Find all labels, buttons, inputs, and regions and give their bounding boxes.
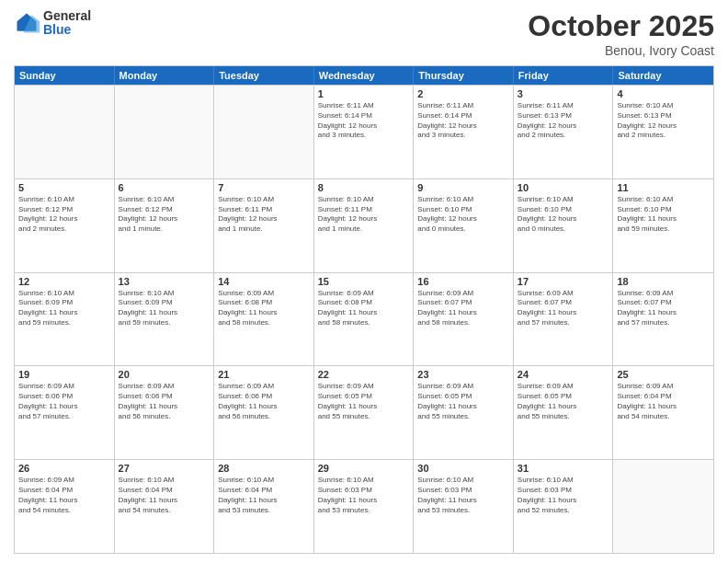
day-info: Sunrise: 6:11 AM Sunset: 6:14 PM Dayligh… — [318, 101, 410, 141]
day-info: Sunrise: 6:10 AM Sunset: 6:04 PM Dayligh… — [218, 476, 310, 515]
day-cell-24: 24Sunrise: 6:09 AM Sunset: 6:05 PM Dayli… — [514, 366, 614, 459]
day-info: Sunrise: 6:10 AM Sunset: 6:13 PM Dayligh… — [617, 101, 710, 141]
day-info: Sunrise: 6:09 AM Sunset: 6:07 PM Dayligh… — [617, 289, 710, 328]
day-number: 11 — [617, 182, 710, 193]
weekday-header-monday: Monday — [115, 66, 215, 85]
day-number: 9 — [417, 182, 509, 193]
day-number: 22 — [318, 369, 410, 380]
empty-cell-0-2 — [214, 86, 314, 178]
calendar-row-4: 26Sunrise: 6:09 AM Sunset: 6:04 PM Dayli… — [15, 459, 713, 553]
day-info: Sunrise: 6:10 AM Sunset: 6:09 PM Dayligh… — [18, 289, 110, 328]
day-number: 19 — [18, 369, 110, 380]
day-info: Sunrise: 6:09 AM Sunset: 6:05 PM Dayligh… — [417, 382, 509, 421]
weekday-header-sunday: Sunday — [15, 66, 115, 85]
day-cell-4: 4Sunrise: 6:10 AM Sunset: 6:13 PM Daylig… — [613, 86, 713, 178]
day-number: 20 — [119, 369, 210, 380]
empty-cell-0-0 — [15, 86, 115, 178]
calendar-header: SundayMondayTuesdayWednesdayThursdayFrid… — [15, 66, 713, 85]
day-cell-13: 13Sunrise: 6:10 AM Sunset: 6:09 PM Dayli… — [115, 273, 215, 366]
header: General Blue October 2025 Benou, Ivory C… — [14, 9, 714, 58]
day-info: Sunrise: 6:10 AM Sunset: 6:10 PM Dayligh… — [518, 195, 609, 235]
day-number: 27 — [119, 463, 210, 474]
day-cell-17: 17Sunrise: 6:09 AM Sunset: 6:07 PM Dayli… — [514, 273, 614, 366]
weekday-header-friday: Friday — [514, 66, 614, 85]
day-info: Sunrise: 6:09 AM Sunset: 6:07 PM Dayligh… — [518, 289, 609, 328]
day-cell-27: 27Sunrise: 6:10 AM Sunset: 6:04 PM Dayli… — [115, 460, 215, 553]
calendar-row-3: 19Sunrise: 6:09 AM Sunset: 6:06 PM Dayli… — [15, 365, 713, 459]
day-number: 7 — [218, 182, 310, 193]
day-info: Sunrise: 6:09 AM Sunset: 6:06 PM Dayligh… — [218, 382, 310, 421]
day-info: Sunrise: 6:10 AM Sunset: 6:10 PM Dayligh… — [617, 195, 710, 235]
logo-general-text: General — [43, 9, 91, 23]
day-number: 15 — [318, 276, 410, 287]
calendar-row-2: 12Sunrise: 6:10 AM Sunset: 6:09 PM Dayli… — [15, 272, 713, 366]
day-cell-29: 29Sunrise: 6:10 AM Sunset: 6:03 PM Dayli… — [314, 460, 415, 553]
day-info: Sunrise: 6:09 AM Sunset: 6:06 PM Dayligh… — [119, 382, 210, 421]
day-info: Sunrise: 6:10 AM Sunset: 6:04 PM Dayligh… — [119, 476, 210, 515]
day-cell-2: 2Sunrise: 6:11 AM Sunset: 6:14 PM Daylig… — [414, 86, 514, 178]
weekday-header-tuesday: Tuesday — [214, 66, 314, 85]
day-number: 1 — [318, 88, 410, 99]
weekday-header-thursday: Thursday — [414, 66, 514, 85]
calendar: SundayMondayTuesdayWednesdayThursdayFrid… — [14, 65, 714, 554]
day-info: Sunrise: 6:09 AM Sunset: 6:04 PM Dayligh… — [617, 382, 710, 421]
empty-cell-4-6 — [613, 460, 713, 553]
day-number: 25 — [617, 369, 710, 380]
calendar-body: 1Sunrise: 6:11 AM Sunset: 6:14 PM Daylig… — [15, 85, 713, 553]
day-cell-19: 19Sunrise: 6:09 AM Sunset: 6:06 PM Dayli… — [15, 366, 115, 459]
day-info: Sunrise: 6:10 AM Sunset: 6:12 PM Dayligh… — [18, 195, 110, 235]
day-number: 24 — [518, 369, 609, 380]
day-number: 16 — [417, 276, 509, 287]
empty-cell-0-1 — [115, 86, 215, 178]
day-info: Sunrise: 6:10 AM Sunset: 6:12 PM Dayligh… — [119, 195, 210, 235]
day-info: Sunrise: 6:10 AM Sunset: 6:11 PM Dayligh… — [218, 195, 310, 235]
day-cell-30: 30Sunrise: 6:10 AM Sunset: 6:03 PM Dayli… — [414, 460, 514, 553]
day-number: 12 — [18, 276, 110, 287]
day-cell-12: 12Sunrise: 6:10 AM Sunset: 6:09 PM Dayli… — [15, 273, 115, 366]
calendar-row-0: 1Sunrise: 6:11 AM Sunset: 6:14 PM Daylig… — [15, 85, 713, 178]
logo-blue-text: Blue — [43, 23, 91, 37]
day-cell-14: 14Sunrise: 6:09 AM Sunset: 6:08 PM Dayli… — [214, 273, 314, 366]
day-info: Sunrise: 6:09 AM Sunset: 6:08 PM Dayligh… — [218, 289, 310, 328]
weekday-header-saturday: Saturday — [613, 66, 713, 85]
day-number: 4 — [617, 88, 710, 99]
day-cell-28: 28Sunrise: 6:10 AM Sunset: 6:04 PM Dayli… — [214, 460, 314, 553]
day-cell-7: 7Sunrise: 6:10 AM Sunset: 6:11 PM Daylig… — [214, 179, 314, 272]
day-info: Sunrise: 6:10 AM Sunset: 6:11 PM Dayligh… — [318, 195, 410, 235]
day-cell-21: 21Sunrise: 6:09 AM Sunset: 6:06 PM Dayli… — [214, 366, 314, 459]
title-block: October 2025 Benou, Ivory Coast — [528, 9, 714, 58]
day-cell-6: 6Sunrise: 6:10 AM Sunset: 6:12 PM Daylig… — [115, 179, 215, 272]
day-cell-22: 22Sunrise: 6:09 AM Sunset: 6:05 PM Dayli… — [314, 366, 415, 459]
day-number: 17 — [518, 276, 609, 287]
day-cell-16: 16Sunrise: 6:09 AM Sunset: 6:07 PM Dayli… — [414, 273, 514, 366]
day-info: Sunrise: 6:09 AM Sunset: 6:04 PM Dayligh… — [18, 476, 110, 515]
day-info: Sunrise: 6:10 AM Sunset: 6:10 PM Dayligh… — [417, 195, 509, 235]
day-number: 29 — [318, 463, 410, 474]
day-info: Sunrise: 6:11 AM Sunset: 6:14 PM Dayligh… — [417, 101, 509, 141]
day-number: 18 — [617, 276, 710, 287]
day-cell-1: 1Sunrise: 6:11 AM Sunset: 6:14 PM Daylig… — [314, 86, 415, 178]
day-number: 5 — [18, 182, 110, 193]
day-number: 2 — [417, 88, 509, 99]
location: Benou, Ivory Coast — [528, 43, 714, 58]
day-info: Sunrise: 6:09 AM Sunset: 6:07 PM Dayligh… — [417, 289, 509, 328]
day-number: 10 — [518, 182, 609, 193]
day-number: 28 — [218, 463, 310, 474]
page: General Blue October 2025 Benou, Ivory C… — [0, 0, 728, 563]
day-info: Sunrise: 6:09 AM Sunset: 6:05 PM Dayligh… — [518, 382, 609, 421]
day-number: 30 — [417, 463, 509, 474]
day-cell-9: 9Sunrise: 6:10 AM Sunset: 6:10 PM Daylig… — [414, 179, 514, 272]
day-cell-5: 5Sunrise: 6:10 AM Sunset: 6:12 PM Daylig… — [15, 179, 115, 272]
day-cell-25: 25Sunrise: 6:09 AM Sunset: 6:04 PM Dayli… — [613, 366, 713, 459]
day-cell-26: 26Sunrise: 6:09 AM Sunset: 6:04 PM Dayli… — [15, 460, 115, 553]
day-info: Sunrise: 6:10 AM Sunset: 6:09 PM Dayligh… — [119, 289, 210, 328]
day-info: Sunrise: 6:09 AM Sunset: 6:06 PM Dayligh… — [18, 382, 110, 421]
day-number: 14 — [218, 276, 310, 287]
month-title: October 2025 — [528, 9, 714, 43]
day-info: Sunrise: 6:10 AM Sunset: 6:03 PM Dayligh… — [318, 476, 410, 515]
day-cell-31: 31Sunrise: 6:10 AM Sunset: 6:03 PM Dayli… — [514, 460, 614, 553]
day-number: 21 — [218, 369, 310, 380]
day-cell-15: 15Sunrise: 6:09 AM Sunset: 6:08 PM Dayli… — [314, 273, 415, 366]
day-info: Sunrise: 6:11 AM Sunset: 6:13 PM Dayligh… — [518, 101, 609, 141]
day-number: 6 — [119, 182, 210, 193]
